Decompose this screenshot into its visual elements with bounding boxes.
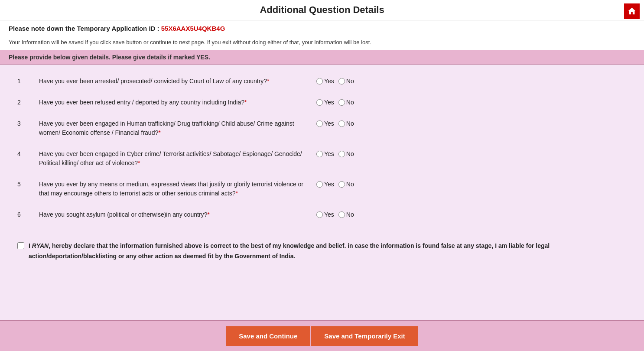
q4-yes-option[interactable]: Yes (316, 150, 334, 157)
section-banner: Please provide below given details. Plea… (0, 50, 644, 65)
q3-yes-label: Yes (324, 120, 334, 127)
question-number-5: 5 (17, 180, 39, 188)
q1-yes-radio[interactable] (316, 78, 323, 84)
question-text-2: Have you ever been refused entry / depor… (39, 98, 316, 107)
question-options-1: Yes No (316, 77, 386, 84)
question-options-6: Yes No (316, 210, 386, 218)
q3-no-radio[interactable] (338, 120, 345, 127)
declaration-content: I RYAN, hereby declare that the informat… (29, 241, 627, 262)
required-marker-1: * (267, 78, 269, 84)
q6-no-radio[interactable] (338, 211, 345, 218)
temp-id-value: 55X6AAX5U4QKB4G (161, 25, 225, 32)
save-exit-button[interactable]: Save and Temporarily Exit (311, 326, 418, 346)
page-header: Additional Question Details (0, 0, 644, 20)
question-options-5: Yes No (316, 180, 386, 188)
q5-yes-label: Yes (324, 181, 334, 188)
question-row-1: 1 Have you ever been arrested/ prosecute… (17, 69, 627, 90)
q3-no-label: No (346, 120, 354, 127)
required-marker-3: * (158, 129, 160, 136)
q4-yes-label: Yes (324, 150, 334, 157)
declaration-area: I RYAN, hereby declare that the informat… (0, 232, 644, 275)
q1-yes-label: Yes (324, 78, 334, 84)
q6-yes-label: Yes (324, 211, 334, 218)
q2-no-radio[interactable] (338, 99, 345, 106)
question-text-6: Have you sought asylum (political or oth… (39, 210, 316, 219)
q6-yes-radio[interactable] (316, 211, 323, 218)
q2-no-label: No (346, 99, 354, 106)
info-text: Your Information will be saved if you cl… (0, 36, 644, 50)
q4-yes-radio[interactable] (316, 151, 323, 157)
question-row-6: 6 Have you sought asylum (political or o… (17, 202, 627, 224)
declaration-checkbox[interactable] (17, 242, 24, 249)
q5-no-option[interactable]: No (338, 181, 354, 188)
questions-area: 1 Have you ever been arrested/ prosecute… (0, 65, 644, 232)
required-marker-5: * (236, 190, 238, 197)
question-options-2: Yes No (316, 98, 386, 106)
home-icon[interactable] (624, 3, 640, 19)
question-options-4: Yes No (316, 150, 386, 157)
q1-no-option[interactable]: No (338, 78, 354, 84)
q2-yes-radio[interactable] (316, 99, 323, 106)
declaration-text: I RYAN, hereby declare that the informat… (17, 241, 627, 262)
required-marker-6: * (207, 211, 209, 218)
q2-yes-option[interactable]: Yes (316, 99, 334, 106)
q6-no-label: No (346, 211, 354, 218)
q4-no-radio[interactable] (338, 151, 345, 157)
q3-yes-option[interactable]: Yes (316, 120, 334, 127)
question-text-1: Have you ever been arrested/ prosecuted/… (39, 77, 316, 86)
q5-yes-radio[interactable] (316, 181, 323, 188)
question-options-3: Yes No (316, 119, 386, 127)
question-text-4: Have you ever been engaged in Cyber crim… (39, 150, 316, 168)
q5-yes-option[interactable]: Yes (316, 181, 334, 188)
required-marker-4: * (138, 159, 140, 166)
q3-yes-radio[interactable] (316, 120, 323, 127)
page-title: Additional Question Details (9, 4, 635, 16)
q6-no-option[interactable]: No (338, 211, 354, 218)
q3-no-option[interactable]: No (338, 120, 354, 127)
question-row-5: 5 Have you ever by any means or medium, … (17, 172, 627, 202)
question-number-1: 1 (17, 77, 39, 84)
q4-no-option[interactable]: No (338, 150, 354, 157)
declaration-name: RYAN (32, 242, 49, 249)
required-marker-2: * (244, 99, 247, 106)
q5-no-label: No (346, 181, 354, 188)
q5-no-radio[interactable] (338, 181, 345, 188)
question-number-6: 6 (17, 210, 39, 218)
q4-no-label: No (346, 150, 354, 157)
question-number-2: 2 (17, 98, 39, 106)
temp-id-label: Please note down the Temporary Applicati… (9, 25, 159, 32)
q6-yes-option[interactable]: Yes (316, 211, 334, 218)
save-continue-button[interactable]: Save and Continue (226, 326, 310, 346)
question-text-5: Have you ever by any means or medium, ex… (39, 180, 316, 198)
question-text-3: Have you ever been engaged in Human traf… (39, 119, 316, 137)
q2-yes-label: Yes (324, 99, 334, 106)
question-row-2: 2 Have you ever been refused entry / dep… (17, 90, 627, 111)
question-number-4: 4 (17, 150, 39, 157)
temp-id-row: Please note down the Temporary Applicati… (0, 20, 644, 36)
q1-no-label: No (346, 78, 354, 84)
footer-buttons: Save and Continue Save and Temporarily E… (0, 320, 644, 351)
q1-yes-option[interactable]: Yes (316, 78, 334, 84)
question-row-4: 4 Have you ever been engaged in Cyber cr… (17, 142, 627, 172)
question-number-3: 3 (17, 119, 39, 127)
q2-no-option[interactable]: No (338, 99, 354, 106)
question-row-3: 3 Have you ever been engaged in Human tr… (17, 111, 627, 142)
q1-no-radio[interactable] (338, 78, 345, 84)
